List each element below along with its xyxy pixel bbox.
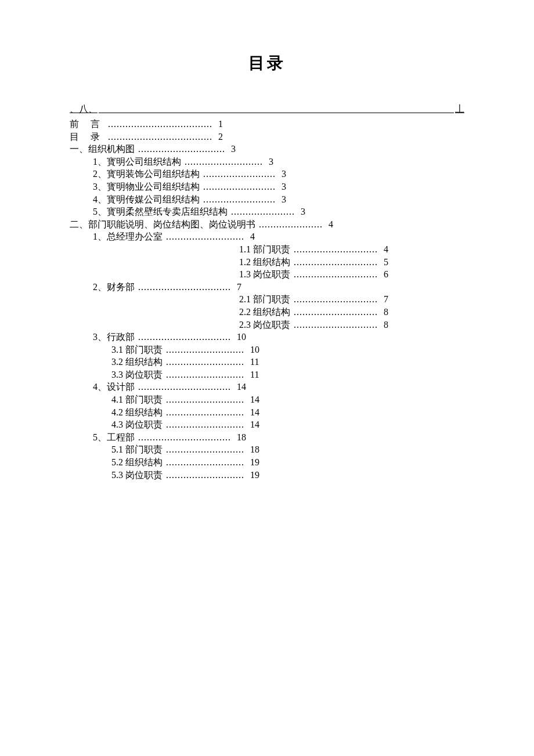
- toc-entry-label: 1.1 部门职责: [239, 243, 290, 256]
- toc-entry-page-number: 5: [381, 256, 396, 269]
- toc-entry-page-number: 3: [279, 193, 294, 206]
- toc-entry: 5.1 部门职责 18: [111, 443, 464, 456]
- toc-entry: 1.3 岗位职责 6: [239, 268, 464, 281]
- toc-entry-page-number: 2: [216, 131, 231, 143]
- toc-entry-leader-dots: [166, 368, 244, 381]
- toc-entry-page-number: 3: [279, 168, 294, 180]
- toc-entry-label: 5.1 部门职责: [111, 443, 163, 456]
- toc-entry-leader-dots: [138, 331, 231, 343]
- toc-entry-label: 1、寳明公司组织结构: [93, 155, 181, 168]
- toc-entry-leader-dots: [138, 143, 225, 155]
- toc-entry-label: 2.3 岗位职责: [239, 319, 290, 331]
- toc-entry: 5.3 岗位职责 19: [111, 469, 464, 482]
- toc-entry-page-number: 1: [216, 118, 231, 131]
- toc-entry-leader-dots: [294, 256, 378, 269]
- toc-entry-leader-dots: [203, 193, 276, 206]
- toc-entry-page-number: 10: [234, 331, 250, 343]
- toc-entry: 前 言 1: [70, 118, 464, 131]
- toc-entry: 目 录 2: [70, 131, 464, 143]
- header-rule-line: [99, 107, 454, 113]
- toc-entry-leader-dots: [166, 393, 244, 406]
- toc-entry-page-number: 3: [229, 143, 244, 155]
- toc-entry-page-number: 6: [381, 268, 396, 281]
- toc-entry: 4.2 组织结构 14: [111, 406, 464, 419]
- toc-entry-label: 5、工程部: [93, 431, 135, 444]
- toc-entry-leader-dots: [138, 381, 231, 393]
- document-page: 目录 、八、 丄 前 言 1目 录 2一、组织机构图 31、寳明公司组织结构 3…: [0, 0, 534, 481]
- toc-entry-leader-dots: [166, 418, 244, 431]
- toc-entry-label: 3、寳明物业公司组织结构: [93, 180, 200, 193]
- toc-entry-leader-dots: [203, 180, 276, 193]
- page-title: 目录: [70, 52, 464, 74]
- toc-entry-label: 1、总经理办公室: [93, 230, 163, 243]
- toc-entry: 1、总经理办公室 4: [93, 230, 464, 243]
- toc-entry: 3、行政部 10: [93, 331, 464, 343]
- toc-entry: 一、组织机构图 3: [70, 143, 464, 155]
- toc-entry-label: 二、部门职能说明、岗位结构图、岗位说明书: [70, 218, 255, 231]
- toc-entry-page-number: 18: [248, 443, 263, 456]
- toc-entry-leader-dots: [294, 306, 378, 319]
- toc-entry-leader-dots: [166, 356, 244, 368]
- toc-entry-page-number: 19: [248, 456, 263, 469]
- toc-entry: 5、工程部 18: [93, 431, 464, 444]
- toc-entry-label: 4、寳明传媒公司组织结构: [93, 193, 200, 206]
- toc-entry-page-number: 4: [326, 218, 341, 231]
- table-of-contents: 前 言 1目 录 2一、组织机构图 31、寳明公司组织结构 32、寳明装饰公司组…: [70, 118, 464, 481]
- toc-entry-label: 1.3 岗位职责: [239, 268, 290, 281]
- toc-entry-leader-dots: [166, 443, 244, 456]
- toc-entry-leader-dots: [166, 230, 244, 243]
- header-rule-right-glyph: 丄: [455, 103, 464, 115]
- toc-entry-leader-dots: [138, 431, 231, 444]
- toc-entry-label: 目 录: [70, 131, 104, 143]
- toc-entry-label: 5、寳明柔然壁纸专卖店组织结构: [93, 205, 228, 218]
- toc-entry-leader-dots: [231, 205, 295, 218]
- toc-entry-page-number: 3: [279, 180, 294, 193]
- toc-entry: 2、财务部 7: [93, 281, 464, 294]
- toc-entry-page-number: 3: [266, 155, 282, 168]
- toc-entry-label: 3.3 岗位职责: [111, 368, 163, 381]
- toc-entry: 2.2 组织结构 8: [239, 306, 464, 319]
- toc-entry-leader-dots: [108, 131, 212, 143]
- toc-entry-label: 5.3 岗位职责: [111, 469, 163, 482]
- toc-entry-page-number: 19: [248, 469, 263, 482]
- toc-entry-leader-dots: [166, 456, 244, 469]
- toc-entry-page-number: 18: [234, 431, 250, 444]
- toc-entry-page-number: 4: [248, 230, 263, 243]
- toc-entry-page-number: 11: [248, 368, 263, 381]
- toc-entry-leader-dots: [259, 218, 323, 231]
- toc-entry-page-number: 7: [234, 281, 250, 294]
- header-rule-left-glyph: 、八、: [70, 103, 98, 115]
- toc-entry-leader-dots: [166, 469, 244, 482]
- toc-entry: 5、寳明柔然壁纸专卖店组织结构 3: [93, 205, 464, 218]
- toc-entry-page-number: 14: [248, 418, 263, 431]
- toc-entry-label: 5.2 组织结构: [111, 456, 163, 469]
- toc-entry-leader-dots: [185, 155, 263, 168]
- toc-entry-label: 1.2 组织结构: [239, 256, 290, 269]
- toc-entry-page-number: 14: [234, 381, 250, 393]
- toc-entry-label: 一、组织机构图: [70, 143, 135, 155]
- toc-entry: 4.3 岗位职责 14: [111, 418, 464, 431]
- toc-entry: 3.2 组织结构 11: [111, 356, 464, 368]
- toc-entry-label: 4.2 组织结构: [111, 406, 163, 419]
- toc-entry: 2.3 岗位职责 8: [239, 319, 464, 331]
- toc-entry-label: 2、财务部: [93, 281, 135, 294]
- toc-entry: 3、寳明物业公司组织结构 3: [93, 180, 464, 193]
- toc-entry: 2.1 部门职责 7: [239, 293, 464, 306]
- toc-entry-label: 4、设计部: [93, 381, 135, 393]
- toc-entry-leader-dots: [166, 343, 244, 356]
- toc-entry-leader-dots: [138, 281, 231, 294]
- toc-entry-label: 3、行政部: [93, 331, 135, 343]
- toc-entry-label: 3.2 组织结构: [111, 356, 163, 368]
- toc-entry: 1、寳明公司组织结构 3: [93, 155, 464, 168]
- toc-entry-page-number: 8: [381, 306, 396, 319]
- toc-entry-leader-dots: [166, 406, 244, 419]
- toc-entry-leader-dots: [203, 168, 276, 180]
- toc-entry-label: 前 言: [70, 118, 104, 131]
- toc-entry-leader-dots: [294, 243, 378, 256]
- toc-entry-label: 4.1 部门职责: [111, 393, 163, 406]
- toc-entry-page-number: 4: [381, 243, 396, 256]
- toc-entry-label: 2、寳明装饰公司组织结构: [93, 168, 200, 180]
- toc-entry-leader-dots: [294, 293, 378, 306]
- toc-entry-page-number: 8: [381, 319, 396, 331]
- toc-entry: 3.3 岗位职责 11: [111, 368, 464, 381]
